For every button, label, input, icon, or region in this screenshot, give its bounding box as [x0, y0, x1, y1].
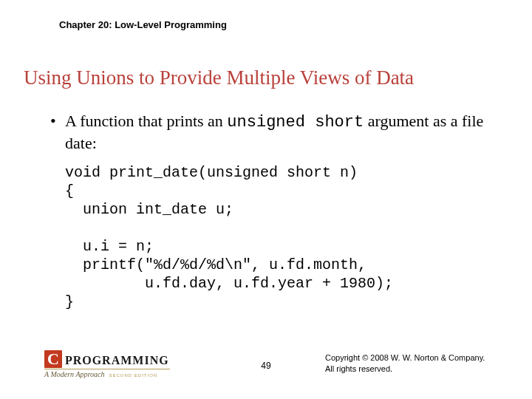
slide-title: Using Unions to Provide Multiple Views o… — [24, 66, 508, 89]
page-number: 49 — [261, 361, 270, 371]
slide: Chapter 20: Low-Level Programming Using … — [0, 0, 532, 399]
book-logo: C PROGRAMMING A Modern Approach SECOND E… — [44, 350, 192, 378]
logo-programming: PROGRAMMING — [65, 354, 169, 367]
code-block: void print_date(unsigned short n) { unio… — [44, 163, 488, 311]
bullet-code: unsigned short — [227, 113, 364, 132]
logo-subtitle: A Modern Approach — [44, 370, 104, 378]
footer: C PROGRAMMING A Modern Approach SECOND E… — [0, 341, 532, 378]
copyright: Copyright © 2008 W. W. Norton & Company.… — [325, 352, 488, 374]
logo-top-row: C PROGRAMMING — [44, 350, 192, 368]
bullet-dot: • — [50, 111, 65, 132]
chapter-label: Chapter 20: Low-Level Programming — [59, 19, 227, 30]
slide-body: •A function that prints an unsigned shor… — [44, 111, 488, 311]
copyright-line-1: Copyright © 2008 W. W. Norton & Company. — [325, 352, 488, 363]
copyright-line-2: All rights reserved. — [325, 364, 488, 374]
logo-edition: SECOND EDITION — [109, 373, 157, 378]
bullet-text-pre: A function that prints an — [65, 112, 227, 130]
bullet-item: •A function that prints an unsigned shor… — [44, 111, 488, 153]
logo-c-mark: C — [44, 350, 62, 368]
